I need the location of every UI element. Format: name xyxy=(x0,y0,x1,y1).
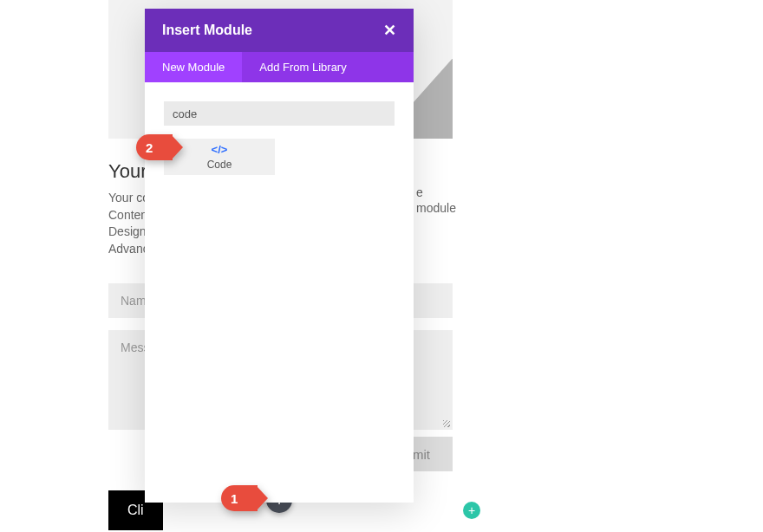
modal-title: Insert Module xyxy=(162,23,252,38)
callout-badge: 1 xyxy=(221,485,258,511)
close-icon[interactable]: ✕ xyxy=(383,21,396,40)
overflow-text: module xyxy=(416,201,456,215)
modal-header: Insert Module ✕ xyxy=(145,9,414,52)
resize-handle-icon[interactable] xyxy=(443,420,450,427)
annotation-callout-1: 1 xyxy=(221,485,258,511)
tab-new-module[interactable]: New Module xyxy=(145,52,242,82)
module-search-input[interactable] xyxy=(164,101,395,126)
overflow-text: e xyxy=(416,185,423,199)
module-label: Code xyxy=(207,159,232,171)
module-grid: </> Code xyxy=(164,139,395,175)
callout-badge: 2 xyxy=(136,134,173,160)
tab-add-from-library[interactable]: Add From Library xyxy=(242,52,363,82)
annotation-callout-2: 2 xyxy=(136,134,173,160)
plus-icon: + xyxy=(468,503,475,517)
insert-module-modal: Insert Module ✕ New Module Add From Libr… xyxy=(145,9,414,503)
modal-tabs: New Module Add From Library xyxy=(145,52,414,82)
add-section-button[interactable]: + xyxy=(463,502,480,519)
modal-body: </> Code xyxy=(145,82,414,503)
code-icon: </> xyxy=(212,143,228,156)
